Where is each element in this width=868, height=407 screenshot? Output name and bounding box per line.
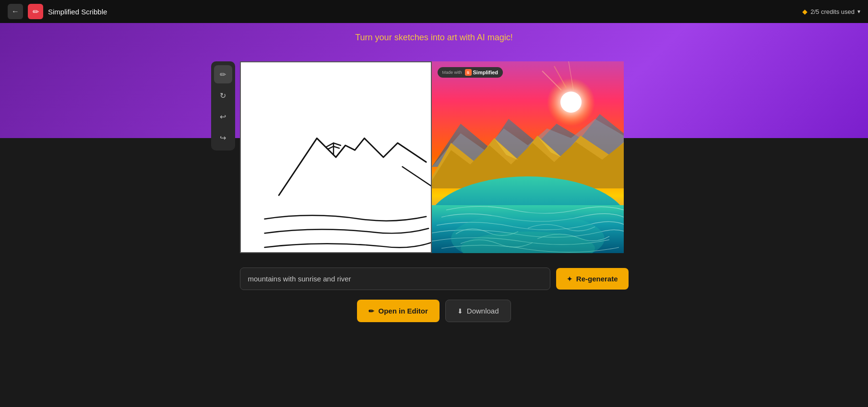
- regenerate-label: Re-generate: [576, 275, 618, 283]
- action-row: ✏ Open in Editor ⬇ Download: [357, 300, 511, 322]
- credits-text: 2/5 credits used: [810, 8, 855, 15]
- sketch-panel[interactable]: [240, 61, 432, 253]
- undo-tool-button[interactable]: ↩: [214, 107, 232, 126]
- chevron-down-icon: ▾: [857, 8, 860, 15]
- back-button[interactable]: ←: [8, 4, 23, 19]
- refresh-tool-button[interactable]: ↻: [214, 86, 232, 105]
- regenerate-button[interactable]: ✦ Re-generate: [556, 268, 629, 290]
- pencil-icon: ✏: [369, 307, 374, 315]
- svg-point-2: [560, 92, 582, 113]
- made-with-badge: Made with S Simplified: [438, 67, 503, 78]
- app-icon-glyph: ✏: [33, 7, 39, 16]
- diamond-icon: ◆: [802, 8, 808, 15]
- prompt-row: ✦ Re-generate: [240, 267, 629, 290]
- draw-icon: ✏: [220, 70, 226, 79]
- made-with-text: Made with: [442, 70, 462, 75]
- simplified-brand-name: Simplified: [473, 70, 499, 75]
- download-label: Download: [467, 307, 499, 315]
- undo-icon: ↩: [220, 112, 226, 121]
- redo-icon: ↪: [220, 133, 226, 142]
- sketch-canvas[interactable]: [241, 62, 431, 252]
- back-icon: ←: [12, 7, 19, 16]
- download-button[interactable]: ⬇ Download: [445, 300, 511, 322]
- main-content: ✏ ↻ ↩ ↪: [0, 23, 868, 407]
- simplified-logo: S Simplified: [465, 69, 499, 76]
- topbar-left: ← ✏ Simplified Scribble: [8, 4, 107, 19]
- download-icon: ⬇: [457, 307, 463, 315]
- app-icon: ✏: [28, 4, 43, 19]
- toolbar: ✏ ↻ ↩ ↪: [211, 61, 235, 151]
- open-editor-button[interactable]: ✏ Open in Editor: [357, 300, 439, 322]
- prompt-input[interactable]: [240, 267, 550, 290]
- spark-icon: ✦: [567, 275, 572, 283]
- topbar: ← ✏ Simplified Scribble ◆ 2/5 credits us…: [0, 0, 868, 23]
- draw-tool-button[interactable]: ✏: [214, 65, 232, 83]
- bottom-controls: ✦ Re-generate ✏ Open in Editor ⬇ Downloa…: [240, 267, 629, 322]
- credits-badge[interactable]: ◆ 2/5 credits used ▾: [802, 8, 860, 15]
- open-editor-label: Open in Editor: [378, 307, 428, 315]
- app-title: Simplified Scribble: [48, 8, 107, 16]
- simplified-icon: S: [465, 69, 472, 76]
- ai-panel: Made with S Simplified: [432, 61, 624, 253]
- redo-tool-button[interactable]: ↪: [214, 128, 232, 147]
- canvas-area: ✏ ↻ ↩ ↪: [240, 61, 629, 253]
- ai-image: [432, 61, 624, 253]
- refresh-icon: ↻: [220, 91, 226, 100]
